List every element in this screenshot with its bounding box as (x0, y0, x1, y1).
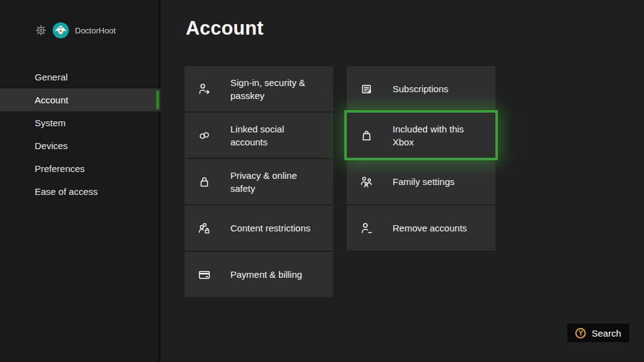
search-label: Search (591, 328, 621, 338)
family-icon (359, 175, 374, 189)
person-lock-icon (197, 221, 212, 236)
tile-label: Included with this Xbox (393, 123, 485, 149)
tile-label: Sign-in, security & passkey (230, 76, 323, 102)
sidebar-item-label: Preferences (35, 163, 85, 174)
tile-label: Remove accounts (393, 222, 467, 235)
sidebar-item-label: Devices (35, 140, 67, 151)
tiles-column-2: Subscriptions Included with this Xbox (347, 66, 495, 297)
tile-payment-billing[interactable]: Payment & billing (185, 252, 333, 297)
link-icon (197, 128, 212, 143)
lock-icon (197, 175, 212, 189)
tile-label: Privacy & online safety (230, 169, 323, 195)
tile-label: Linked social accounts (230, 123, 323, 149)
username: DoctorHoot (75, 26, 116, 35)
shopping-bag-icon (359, 128, 374, 143)
settings-sidebar: DoctorHoot General Account System Device… (0, 0, 160, 362)
sidebar-item-label: Account (35, 95, 68, 105)
selected-indicator (156, 91, 159, 109)
avatar (53, 22, 69, 38)
sidebar-item-devices[interactable]: Devices (0, 134, 160, 157)
tile-label: Family settings (393, 175, 455, 188)
tile-included-with-this-xbox[interactable]: Included with this Xbox (347, 113, 495, 158)
person-remove-icon (359, 221, 374, 236)
credit-card-icon (197, 267, 212, 282)
sidebar-item-label: Ease of access (35, 186, 98, 197)
tile-label: Payment & billing (230, 268, 302, 281)
tile-remove-accounts[interactable]: Remove accounts (347, 205, 495, 251)
tile-label: Subscriptions (393, 82, 448, 95)
tile-linked-social-accounts[interactable]: Linked social accounts (185, 113, 333, 158)
sidebar-item-ease-of-access[interactable]: Ease of access (0, 180, 160, 203)
profile-header[interactable]: DoctorHoot (34, 22, 116, 38)
xbox-settings-screen: { "sidebar": { "user": { "name": "Doctor… (0, 0, 644, 362)
sidebar-item-label: General (35, 72, 67, 82)
sidebar-item-general[interactable]: General (0, 66, 160, 88)
tile-privacy-online-safety[interactable]: Privacy & online safety (185, 159, 333, 204)
tile-subscriptions[interactable]: Subscriptions (347, 66, 495, 111)
y-button-icon: Y (575, 328, 586, 338)
sidebar-item-preferences[interactable]: Preferences (0, 157, 160, 180)
sidebar-item-account[interactable]: Account (0, 88, 160, 111)
tile-sign-in-security-passkey[interactable]: Sign-in, security & passkey (185, 66, 333, 111)
search-button[interactable]: Y Search (567, 324, 629, 342)
page-title: Account (186, 17, 263, 40)
sidebar-item-system[interactable]: System (0, 111, 160, 134)
account-tiles: Sign-in, security & passkey Linked socia… (185, 66, 495, 297)
tiles-column-1: Sign-in, security & passkey Linked socia… (185, 66, 333, 297)
tile-family-settings[interactable]: Family settings (347, 159, 495, 204)
subscriptions-icon (359, 82, 374, 97)
gear-icon (34, 24, 48, 37)
sign-in-icon (197, 82, 212, 97)
tile-content-restrictions[interactable]: Content restrictions (185, 205, 333, 251)
tile-label: Content restrictions (230, 222, 310, 235)
sidebar-nav: General Account System Devices Preferenc… (0, 66, 160, 203)
sidebar-item-label: System (35, 118, 66, 128)
